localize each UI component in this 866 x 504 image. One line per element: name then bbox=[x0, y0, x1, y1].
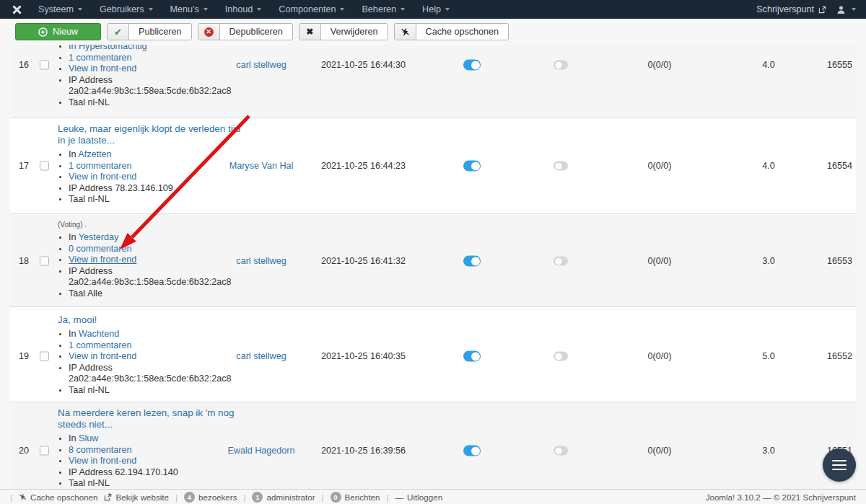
lightning-slash-icon bbox=[401, 27, 410, 37]
user-menu[interactable] bbox=[836, 5, 856, 14]
author-link[interactable]: carl stellweg bbox=[236, 256, 286, 266]
ip-address: IP Address 62.194.170.140 bbox=[69, 467, 178, 477]
joomla-version: Joomla! 3.10.2 — © 2021 Schrijverspunt bbox=[706, 492, 856, 502]
menu-inhoud[interactable]: Inhoud bbox=[216, 0, 271, 19]
category-link[interactable]: Yesterday bbox=[79, 232, 119, 242]
featured-toggle[interactable] bbox=[554, 162, 568, 171]
menu-componenten[interactable]: Componenten bbox=[270, 0, 353, 19]
comment-id: 16552 bbox=[795, 351, 852, 361]
table-row-19: 19 Ja, mooi! In Wachtend 1 commentaren V… bbox=[10, 306, 856, 402]
comments-count-link[interactable]: 1 commentaren bbox=[69, 53, 132, 63]
featured-toggle[interactable] bbox=[554, 352, 568, 361]
row-number: 20 bbox=[10, 446, 38, 456]
menu-menus[interactable]: Menu's bbox=[162, 0, 216, 19]
comment-title-link[interactable]: Leuke, maar eigenlijk klopt de verleden … bbox=[58, 123, 258, 146]
publish-button[interactable]: ✔ Publiceren bbox=[107, 23, 192, 40]
published-toggle[interactable] bbox=[463, 446, 481, 456]
comment-title: (Voting) . bbox=[58, 220, 258, 229]
published-toggle[interactable] bbox=[463, 60, 481, 71]
status-bar: | Cache opschonen Bekijk website | 4 bez… bbox=[0, 489, 866, 504]
author-link[interactable]: carl stellweg bbox=[236, 351, 286, 361]
votes-count: 0(0/0) bbox=[631, 161, 688, 171]
published-toggle[interactable] bbox=[463, 161, 481, 172]
action-toolbar: Nieuw ✔ Publiceren ✕ Depubliceren ✖ Verw… bbox=[0, 19, 866, 45]
statusbar-view-site[interactable]: Bekijk website bbox=[104, 492, 168, 502]
category-link[interactable]: Afzetten bbox=[78, 149, 111, 159]
row-number: 18 bbox=[10, 256, 38, 266]
ip-address: IP Address bbox=[69, 363, 113, 373]
view-in-frontend-link[interactable]: View in front-end bbox=[69, 255, 136, 265]
date-created: 2021-10-25 16:44:30 bbox=[321, 60, 437, 70]
table-row-20: 20 Na meerdere keren lezen, snap ik 'm n… bbox=[10, 402, 856, 489]
comments-count-link[interactable]: 1 commentaren bbox=[69, 340, 132, 350]
chevron-down-icon bbox=[852, 8, 856, 11]
featured-toggle[interactable] bbox=[554, 257, 568, 266]
language: Taal nl-NL bbox=[69, 194, 110, 204]
chevron-down-icon bbox=[257, 8, 261, 11]
admin-navbar: Systeem Gebruikers Menu's Inhoud Compone… bbox=[0, 0, 866, 19]
delete-button[interactable]: ✖ Verwijderen bbox=[299, 23, 388, 40]
row-number: 17 bbox=[10, 161, 38, 171]
category-link[interactable]: Wachtend bbox=[79, 329, 119, 339]
language: Taal nl-NL bbox=[69, 97, 110, 107]
menu-beheren[interactable]: Beheren bbox=[353, 0, 414, 19]
author-link[interactable]: Maryse Van Hal bbox=[229, 161, 294, 171]
language: Taal nl-NL bbox=[69, 385, 110, 395]
row-checkbox[interactable] bbox=[40, 162, 49, 171]
date-created: 2021-10-25 16:39:56 bbox=[321, 446, 437, 456]
votes-count: 0(0/0) bbox=[631, 446, 688, 456]
row-checkbox[interactable] bbox=[40, 446, 49, 456]
comments-count-link[interactable]: 0 commentaren bbox=[69, 244, 132, 254]
author-link[interactable]: Ewald Hagedorn bbox=[227, 446, 294, 456]
chevron-down-icon bbox=[340, 8, 344, 11]
ip-address: IP Address bbox=[69, 266, 113, 276]
statusbar-visitors[interactable]: 4 bezoekers bbox=[184, 492, 237, 503]
row-checkbox[interactable] bbox=[40, 352, 49, 361]
ip-address-continued: 2a02:a44e:9b3c:1:58ea:5cde:6b32:2ac8 bbox=[69, 86, 258, 97]
row-checkbox[interactable] bbox=[40, 61, 49, 70]
new-button[interactable]: Nieuw bbox=[15, 23, 101, 40]
comments-table: 16 In Hyperstomachtig 1 commentaren View… bbox=[10, 45, 856, 489]
site-preview-link[interactable]: Schrijverspunt bbox=[756, 4, 826, 14]
rating-value: 4.0 bbox=[740, 161, 797, 171]
featured-toggle[interactable] bbox=[554, 61, 568, 70]
author-link[interactable]: carl stellweg bbox=[236, 60, 286, 70]
statusbar-logout[interactable]: — Uitloggen bbox=[395, 492, 443, 502]
view-in-frontend-link[interactable]: View in front-end bbox=[69, 172, 136, 182]
statusbar-clear-cache[interactable]: Cache opschonen bbox=[19, 492, 97, 502]
comment-title-link[interactable]: Na meerdere keren lezen, snap ik 'm nog … bbox=[58, 407, 258, 430]
statusbar-admins[interactable]: 1 administrator bbox=[252, 492, 315, 503]
dash-icon: — bbox=[395, 492, 404, 502]
comments-count-link[interactable]: 8 commentaren bbox=[69, 445, 132, 455]
chevron-down-icon bbox=[78, 8, 82, 11]
language: Taal nl-NL bbox=[69, 478, 110, 488]
ip-address: IP Address bbox=[69, 75, 113, 85]
clear-cache-button[interactable]: Cache opschonen bbox=[394, 23, 509, 40]
view-in-frontend-link[interactable]: View in front-end bbox=[69, 456, 136, 466]
published-toggle[interactable] bbox=[463, 256, 481, 267]
category-link[interactable]: In Hyperstomachtig bbox=[69, 45, 147, 51]
floating-menu-button[interactable] bbox=[823, 448, 856, 482]
menu-systeem[interactable]: Systeem bbox=[30, 0, 91, 19]
comments-count-link[interactable]: 1 commentaren bbox=[69, 161, 132, 171]
rating-value: 5.0 bbox=[740, 351, 797, 361]
date-created: 2021-10-25 16:41:32 bbox=[321, 256, 437, 266]
chevron-down-icon bbox=[401, 8, 405, 11]
statusbar-messages[interactable]: 0 Berichten bbox=[331, 492, 380, 503]
view-in-frontend-link[interactable]: View in front-end bbox=[69, 351, 136, 361]
table-row-17: 17 Leuke, maar eigenlijk klopt de verled… bbox=[10, 118, 856, 213]
featured-toggle[interactable] bbox=[554, 446, 568, 456]
category-link[interactable]: Sluw bbox=[79, 433, 98, 443]
unpublish-button[interactable]: ✕ Depubliceren bbox=[198, 23, 293, 40]
messages-count-badge: 0 bbox=[331, 492, 341, 503]
menu-gebruikers[interactable]: Gebruikers bbox=[91, 0, 162, 19]
date-created: 2021-10-25 16:40:35 bbox=[321, 351, 437, 361]
rating-value: 3.0 bbox=[740, 256, 797, 266]
joomla-logo bbox=[12, 4, 22, 15]
row-checkbox[interactable] bbox=[40, 257, 49, 266]
view-in-frontend-link[interactable]: View in front-end bbox=[69, 63, 136, 74]
menu-help[interactable]: Help bbox=[414, 0, 458, 19]
published-toggle[interactable] bbox=[463, 351, 481, 362]
comment-title-link[interactable]: Ja, mooi! bbox=[58, 314, 258, 326]
votes-count: 0(0/0) bbox=[631, 256, 688, 266]
